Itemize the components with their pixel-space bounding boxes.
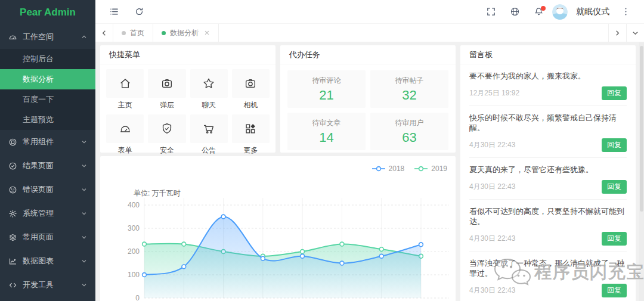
- chart-icon: [8, 257, 17, 266]
- chevron-down-icon: [81, 282, 87, 288]
- chevron-down-icon: [81, 139, 87, 145]
- chevron-down-icon: [81, 187, 87, 193]
- sidebar-item-label: 常用页面: [23, 232, 81, 243]
- collapse-menu-icon: [109, 7, 119, 17]
- topbar-left: [95, 2, 149, 22]
- sidebar-item-dev-tools[interactable]: 开发工具: [0, 273, 95, 297]
- line-chart: 0100200300400: [100, 156, 456, 301]
- reply-button[interactable]: 回复: [602, 86, 627, 100]
- sidebar-item-system[interactable]: 系统管理: [0, 201, 95, 225]
- sidebar-item-label: 数据图表: [23, 256, 81, 266]
- chart-card: 2018 2019 单位: 万千瓦时 0100200300400: [100, 156, 456, 301]
- svg-text:300: 300: [128, 224, 140, 232]
- more-menu-button[interactable]: [615, 2, 636, 22]
- chevron-right-icon: [614, 30, 621, 36]
- quick-item-chat[interactable]: 聊天: [190, 69, 228, 110]
- close-icon[interactable]: [204, 30, 210, 36]
- reply-button[interactable]: 回复: [602, 138, 627, 152]
- content: 快捷菜单 主页 弹层 聊天 相机: [95, 42, 644, 301]
- gauge-icon: [119, 122, 132, 135]
- globe-icon: [510, 7, 520, 17]
- quick-menu-card: 快捷菜单 主页 弹层 聊天 相机: [100, 45, 275, 153]
- tab-label: 首页: [130, 28, 144, 38]
- sidebar-subitem-console[interactable]: 控制后台: [0, 49, 95, 69]
- fullscreen-button[interactable]: [481, 2, 501, 22]
- sidebar-item-components[interactable]: 常用组件: [0, 130, 95, 154]
- reply-button[interactable]: 回复: [602, 284, 627, 297]
- sidebar-subitem-analysis[interactable]: 数据分析: [0, 69, 95, 89]
- message-board-card: 留言板 要不要作为我的家人，搬来我家。 12月25日 19:92回复 快乐的时候…: [460, 45, 636, 301]
- tabs-scroll-left-button[interactable]: [95, 24, 113, 42]
- component-icon: [8, 138, 17, 147]
- code-icon: [8, 281, 17, 290]
- quick-item-notice[interactable]: 公告: [190, 114, 228, 156]
- todo-card: 代办任务 待审评论 21 待审帖子 32 待审文章 14 待审用户 63: [280, 45, 456, 153]
- sidebar-item-result-pages[interactable]: 结果页面: [0, 154, 95, 178]
- svg-text:100: 100: [128, 271, 140, 279]
- sidebar-item-label: 错误页面: [23, 184, 81, 195]
- language-button[interactable]: [504, 2, 525, 22]
- board-message: 看似不可达到的高度，只要坚持不懈就可能到达。 4月30日 22:43回复: [469, 200, 627, 252]
- main-area: 就眠仪式 首页 数据分析 快捷菜单: [95, 0, 644, 301]
- message-date: 12月25日 19:92: [469, 88, 519, 98]
- todo-stat-articles: 待审文章 14: [287, 113, 366, 150]
- chevron-down-icon: [81, 258, 87, 264]
- board-message: 夏天真的来了，尽管它还有些犹豫。 4月30日 22:43回复: [469, 158, 627, 200]
- quick-item-more[interactable]: 更多: [232, 114, 270, 156]
- todo-grid: 待审评论 21 待审帖子 32 待审文章 14 待审用户 63: [280, 64, 456, 156]
- tabbar-spacer: [219, 24, 608, 42]
- sidebar-item-charts[interactable]: 数据图表: [0, 249, 95, 273]
- avatar[interactable]: [552, 4, 568, 20]
- message-date: 4月30日 22:43: [469, 286, 515, 296]
- tabbar: 首页 数据分析: [95, 24, 644, 42]
- chevron-down-icon: [81, 234, 87, 240]
- sidebar-item-label: 开发工具: [23, 280, 81, 290]
- quick-item-form[interactable]: 表单: [106, 114, 144, 156]
- reply-button[interactable]: 回复: [602, 232, 627, 246]
- refresh-button[interactable]: [129, 2, 149, 22]
- sidebar-subitem-theme[interactable]: 主题预览: [0, 110, 95, 130]
- quick-item-camera[interactable]: 相机: [232, 69, 270, 110]
- tab-status-dot: [122, 31, 126, 35]
- quick-item-home[interactable]: 主页: [106, 69, 144, 110]
- tab-status-dot: [162, 31, 166, 35]
- layers-icon: [8, 233, 17, 242]
- todo-title: 代办任务: [280, 45, 456, 64]
- todo-stat-comments: 待审评论 21: [287, 70, 366, 108]
- sidebar-item-error-pages[interactable]: 错误页面: [0, 178, 95, 201]
- sidebar-item-workspace[interactable]: 工作空间: [0, 25, 95, 49]
- quick-menu-grid: 主页 弹层 聊天 相机 表单: [100, 64, 275, 160]
- more-vertical-icon: [621, 7, 631, 17]
- quick-item-popup[interactable]: 弹层: [148, 69, 185, 110]
- quick-item-security[interactable]: 安全: [148, 114, 185, 156]
- chevron-down-icon: [81, 210, 87, 216]
- board-list: 要不要作为我的家人，搬来我家。 12月25日 19:92回复 快乐的时候不敢尽兴…: [460, 64, 636, 301]
- sidebar-subitem-baidu[interactable]: 百度一下: [0, 89, 95, 110]
- notifications-button[interactable]: [528, 2, 549, 22]
- grid-more-icon: [244, 122, 257, 135]
- camera-icon: [244, 77, 257, 90]
- sidebar: Pear Admin 工作空间 控制后台 数据分析 百度一下 主题预览 常用组件…: [0, 0, 95, 301]
- sidebar-item-common-pages[interactable]: 常用页面: [0, 225, 95, 249]
- home-icon: [119, 77, 132, 90]
- tabs-menu-button[interactable]: [626, 24, 644, 42]
- refresh-icon: [134, 7, 144, 17]
- chevron-down-icon: [81, 163, 87, 169]
- avatar-image: [552, 4, 568, 20]
- reply-button[interactable]: 回复: [602, 180, 627, 194]
- username[interactable]: 就眠仪式: [576, 7, 609, 17]
- app-logo: Pear Admin: [0, 0, 95, 25]
- board-title: 留言板: [460, 45, 636, 64]
- tab-home[interactable]: 首页: [113, 24, 153, 42]
- page-scrollbar[interactable]: [639, 42, 644, 301]
- camera-icon: [160, 77, 174, 90]
- todo-stat-posts: 待审帖子 32: [370, 70, 448, 108]
- sidebar-item-label: 工作空间: [23, 32, 81, 42]
- svg-text:200: 200: [128, 247, 140, 256]
- scrollbar-thumb[interactable]: [640, 46, 643, 212]
- collapse-sidebar-button[interactable]: [104, 2, 124, 22]
- tabs-scroll-right-button[interactable]: [608, 24, 626, 42]
- board-message: 快乐的时候不敢尽兴，频繁警戒自己保持清醒。 4月30日 22:43回复: [469, 106, 627, 158]
- tab-data-analysis[interactable]: 数据分析: [153, 24, 219, 42]
- sidebar-item-label: 系统管理: [23, 208, 81, 219]
